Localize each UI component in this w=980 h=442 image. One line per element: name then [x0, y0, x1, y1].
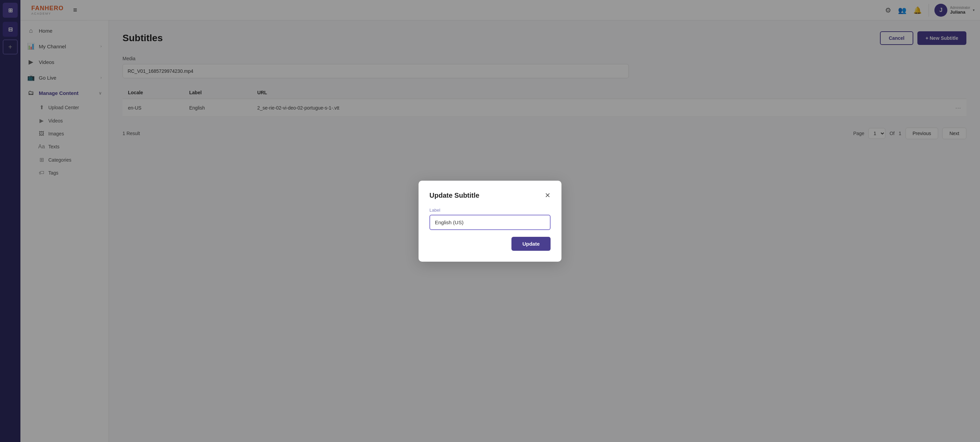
modal-header: Update Subtitle ✕	[430, 192, 550, 199]
modal-title: Update Subtitle	[430, 192, 479, 199]
label-form-group: Label	[430, 208, 550, 230]
modal-close-button[interactable]: ✕	[545, 192, 550, 199]
label-field-label: Label	[430, 208, 550, 213]
update-button[interactable]: Update	[511, 237, 550, 251]
modal-overlay: Update Subtitle ✕ Label Update	[0, 0, 980, 442]
update-subtitle-modal: Update Subtitle ✕ Label Update	[418, 181, 562, 262]
label-input[interactable]	[430, 215, 550, 230]
modal-footer: Update	[430, 237, 550, 251]
